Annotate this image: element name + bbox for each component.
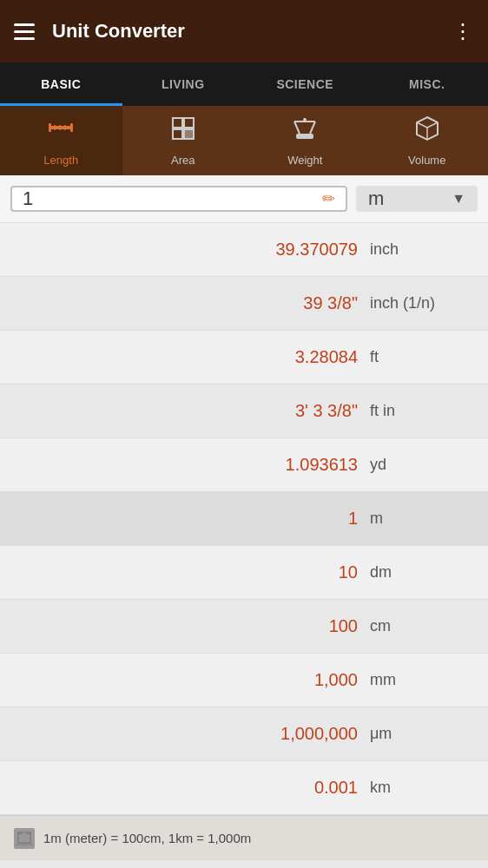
subtab-area[interactable]: Area xyxy=(122,106,245,175)
input-row: ✏ m ▼ xyxy=(0,175,488,223)
result-value: 10 xyxy=(219,562,358,582)
subtab-volume-label: Volume xyxy=(408,154,445,167)
subtab-volume[interactable]: Volume xyxy=(366,106,489,175)
svg-rect-2 xyxy=(70,123,73,132)
subtab-length-label: Length xyxy=(43,154,78,167)
result-value: 1,000,000 xyxy=(219,724,358,744)
result-unit: ft in xyxy=(370,402,474,420)
result-value: 3' 3 3/8" xyxy=(219,401,358,421)
subtab-weight-label: Weight xyxy=(287,154,322,167)
svg-rect-6 xyxy=(173,118,182,128)
result-row[interactable]: 100cm xyxy=(0,600,488,654)
svg-line-19 xyxy=(427,122,438,128)
result-row[interactable]: 1,000mm xyxy=(0,654,488,707)
result-value: 1 xyxy=(219,509,358,529)
tab-living[interactable]: LIVING xyxy=(122,62,245,106)
result-row[interactable]: 1m xyxy=(0,492,488,546)
svg-rect-9 xyxy=(184,129,194,139)
tab-science[interactable]: SCIENCE xyxy=(244,62,366,106)
subtab-length[interactable]: Length xyxy=(0,106,122,175)
result-row[interactable]: 10dm xyxy=(0,546,488,600)
app-header: Unit Converter ⋮ xyxy=(0,0,488,62)
result-unit: inch xyxy=(370,240,474,259)
value-input-wrapper[interactable]: ✏ xyxy=(10,186,347,212)
sub-tabs: Length Area Weight xyxy=(0,106,488,175)
svg-rect-1 xyxy=(49,123,51,132)
result-unit: inch (1/n) xyxy=(370,294,474,312)
result-row[interactable]: 0.001km xyxy=(0,761,488,815)
result-value: 3.28084 xyxy=(219,347,358,367)
result-row[interactable]: 1,000,000μm xyxy=(0,707,488,761)
edit-icon: ✏ xyxy=(322,189,335,208)
result-value: 39.370079 xyxy=(219,240,358,260)
svg-line-18 xyxy=(417,122,427,128)
length-icon xyxy=(47,115,75,148)
volume-icon xyxy=(413,115,441,148)
unit-selector[interactable]: m ▼ xyxy=(356,186,478,212)
tab-misc[interactable]: MISC. xyxy=(366,62,489,106)
more-options-icon[interactable]: ⋮ xyxy=(452,19,474,43)
svg-rect-4 xyxy=(59,125,61,130)
header-left: Unit Converter xyxy=(14,20,185,43)
result-value: 39 3/8" xyxy=(219,293,358,313)
app-title: Unit Converter xyxy=(52,20,185,43)
svg-rect-21 xyxy=(16,844,33,845)
results-list: 39.370079inch39 3/8"inch (1/n)3.28084ft3… xyxy=(0,223,488,815)
result-unit: μm xyxy=(370,725,474,743)
svg-rect-7 xyxy=(184,118,194,128)
svg-rect-15 xyxy=(296,134,313,139)
result-unit: m xyxy=(370,510,474,528)
hamburger-menu[interactable] xyxy=(14,23,35,40)
result-unit: ft xyxy=(370,348,474,366)
result-value: 100 xyxy=(219,616,358,636)
subtab-area-label: Area xyxy=(171,154,195,167)
result-unit: cm xyxy=(370,617,474,635)
svg-point-16 xyxy=(303,118,307,122)
svg-rect-5 xyxy=(64,125,66,130)
svg-rect-3 xyxy=(54,125,56,130)
result-unit: km xyxy=(370,779,474,797)
main-tabs: BASIC LIVING SCIENCE MISC. xyxy=(0,62,488,106)
footer-info-icon xyxy=(14,828,35,849)
result-row[interactable]: 3.28084ft xyxy=(0,331,488,385)
result-row[interactable]: 3' 3 3/8"ft in xyxy=(0,385,488,438)
result-value: 1.093613 xyxy=(219,455,358,475)
result-value: 1,000 xyxy=(219,670,358,690)
result-row[interactable]: 39 3/8"inch (1/n) xyxy=(0,277,488,331)
svg-rect-8 xyxy=(173,129,182,139)
value-input[interactable] xyxy=(23,187,315,210)
tab-basic[interactable]: BASIC xyxy=(0,62,122,106)
result-value: 0.001 xyxy=(219,778,358,798)
footer: 1m (meter) = 100cm, 1km = 1,000m xyxy=(0,815,488,860)
footer-text: 1m (meter) = 100cm, 1km = 1,000m xyxy=(43,831,251,845)
svg-line-13 xyxy=(294,122,300,134)
result-row[interactable]: 1.093613yd xyxy=(0,438,488,492)
area-icon xyxy=(169,115,197,148)
dropdown-arrow-icon: ▼ xyxy=(452,191,465,207)
weight-icon xyxy=(291,115,319,148)
result-unit: dm xyxy=(370,563,474,582)
result-row[interactable]: 39.370079inch xyxy=(0,223,488,277)
result-unit: yd xyxy=(370,456,474,474)
svg-line-14 xyxy=(310,122,315,134)
result-unit: mm xyxy=(370,671,474,689)
subtab-weight[interactable]: Weight xyxy=(244,106,366,175)
unit-selector-value: m xyxy=(368,187,384,210)
